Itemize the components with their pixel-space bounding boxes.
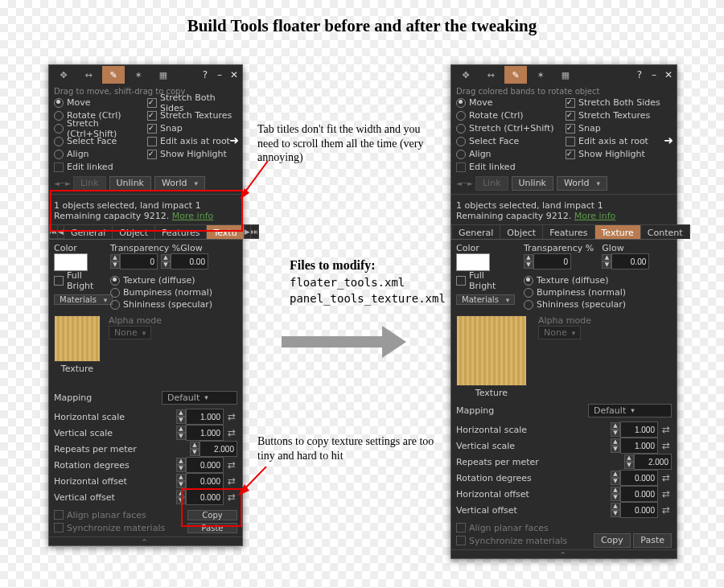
tool-create-icon[interactable]: ✶ bbox=[127, 66, 150, 84]
radio-select-face[interactable]: Select Face bbox=[54, 135, 144, 147]
sync-materials-checkbox[interactable] bbox=[54, 523, 64, 532]
checkbox-stretch-textures[interactable]: Stretch Textures bbox=[147, 109, 237, 121]
link-button[interactable]: Link bbox=[73, 176, 106, 191]
tab-texture[interactable]: Texture bbox=[594, 224, 641, 239]
undo-redo-icon[interactable]: ◄ ─ ► bbox=[456, 179, 472, 187]
axis-arrow-icon[interactable]: ➜ bbox=[229, 134, 239, 146]
materials-dropdown[interactable]: Materials bbox=[54, 294, 113, 305]
checkbox-stretch-both-sides[interactable]: Stretch Both Sides bbox=[147, 97, 237, 109]
glow-spinner[interactable]: ▲▼ bbox=[602, 253, 649, 269]
tool-move-icon[interactable]: ↔ bbox=[479, 66, 502, 84]
radio-shininess-specular-[interactable]: Shininess (specular) bbox=[110, 298, 237, 310]
axis-arrow-icon[interactable]: ➜ bbox=[664, 134, 673, 146]
checkbox-edit-axis-at-root[interactable]: Edit axis at root bbox=[147, 135, 237, 147]
param-spinner-repeats-per-meter[interactable]: ▲▼ bbox=[624, 454, 672, 470]
copy-button-after[interactable]: Copy bbox=[594, 533, 631, 548]
materials-dropdown[interactable]: Materials bbox=[456, 294, 515, 305]
alpha-mode-dropdown[interactable]: None bbox=[109, 326, 151, 339]
minimize-icon[interactable]: – bbox=[649, 69, 659, 80]
color-swatch[interactable] bbox=[54, 253, 88, 271]
footer-expander-icon[interactable]: ⌃ bbox=[451, 549, 677, 558]
more-info-link[interactable]: More info bbox=[574, 211, 615, 221]
checkbox-edit-linked[interactable]: Edit linked bbox=[456, 161, 562, 173]
tool-move-icon[interactable]: ↔ bbox=[77, 66, 100, 84]
unlink-button[interactable]: Unlink bbox=[109, 176, 151, 191]
texture-preview[interactable] bbox=[54, 315, 101, 362]
transparency-spinner[interactable]: ▲▼ bbox=[524, 253, 594, 269]
tool-edit-icon[interactable]: ✎ bbox=[504, 66, 527, 84]
param-spinner-rotation-degrees[interactable]: ▲▼ bbox=[611, 470, 658, 486]
param-spinner-vertical-scale[interactable]: ▲▼ bbox=[176, 425, 224, 441]
radio-bumpiness-normal-[interactable]: Bumpiness (normal) bbox=[524, 286, 672, 298]
radio-move[interactable]: Move bbox=[456, 97, 562, 109]
close-icon[interactable]: ✕ bbox=[664, 69, 673, 80]
param-spinner-rotation-degrees[interactable]: ▲▼ bbox=[176, 457, 224, 473]
sync-icon[interactable]: ⇄ bbox=[660, 440, 672, 451]
tab-content[interactable]: Content bbox=[640, 224, 690, 239]
param-spinner-vertical-scale[interactable]: ▲▼ bbox=[611, 438, 658, 454]
paste-button-after[interactable]: Paste bbox=[633, 533, 672, 548]
help-icon[interactable]: ? bbox=[200, 69, 210, 80]
checkbox-show-highlight[interactable]: Show Highlight bbox=[566, 148, 672, 160]
sync-icon[interactable]: ⇄ bbox=[660, 504, 672, 516]
sync-icon[interactable]: ⇄ bbox=[660, 424, 672, 435]
link-button[interactable]: Link bbox=[475, 176, 508, 191]
tab-general[interactable]: General bbox=[451, 224, 500, 239]
undo-redo-icon[interactable]: ◄ ─ ► bbox=[54, 179, 70, 187]
radio-align[interactable]: Align bbox=[456, 148, 562, 160]
fullbright-checkbox[interactable] bbox=[54, 276, 64, 286]
minimize-icon[interactable]: – bbox=[215, 69, 224, 80]
radio-bumpiness-normal-[interactable]: Bumpiness (normal) bbox=[110, 286, 237, 298]
world-dropdown[interactable]: World bbox=[557, 176, 607, 191]
tool-edit-icon[interactable]: ✎ bbox=[102, 66, 125, 84]
transparency-spinner[interactable]: ▲▼ bbox=[110, 253, 158, 269]
align-planar-checkbox[interactable] bbox=[54, 510, 64, 520]
radio-align[interactable]: Align bbox=[54, 148, 144, 160]
sync-icon[interactable]: ⇄ bbox=[226, 475, 237, 487]
unlink-button[interactable]: Unlink bbox=[512, 176, 553, 191]
param-spinner-vertical-offset[interactable]: ▲▼ bbox=[611, 502, 658, 518]
param-spinner-horizontal-offset[interactable]: ▲▼ bbox=[176, 473, 224, 489]
radio-select-face[interactable]: Select Face bbox=[456, 135, 562, 147]
tool-land-icon[interactable]: ▦ bbox=[554, 66, 577, 84]
radio-texture-diffuse-[interactable]: Texture (diffuse) bbox=[524, 274, 672, 286]
world-dropdown[interactable]: World bbox=[154, 176, 205, 191]
glow-spinner[interactable]: ▲▼ bbox=[161, 253, 208, 269]
checkbox-edit-linked[interactable]: Edit linked bbox=[54, 161, 144, 173]
tool-land-icon[interactable]: ▦ bbox=[152, 66, 175, 84]
sync-icon[interactable]: ⇄ bbox=[660, 488, 672, 500]
param-spinner-horizontal-scale[interactable]: ▲▼ bbox=[176, 409, 224, 425]
checkbox-snap[interactable]: Snap bbox=[566, 122, 672, 134]
checkbox-edit-axis-at-root[interactable]: Edit axis at root bbox=[566, 135, 672, 147]
radio-rotate-ctrl-[interactable]: Rotate (Ctrl) bbox=[456, 109, 562, 121]
tab-object[interactable]: Object bbox=[500, 224, 543, 239]
tool-create-icon[interactable]: ✶ bbox=[529, 66, 552, 84]
sync-icon[interactable]: ⇄ bbox=[226, 459, 237, 471]
checkbox-show-highlight[interactable]: Show Highlight bbox=[147, 148, 237, 160]
close-icon[interactable]: ✕ bbox=[229, 69, 239, 80]
fullbright-checkbox[interactable] bbox=[456, 276, 466, 286]
tool-focus-icon[interactable]: ✥ bbox=[52, 66, 75, 84]
radio-stretch-ctrl-shift-[interactable]: Stretch (Ctrl+Shift) bbox=[456, 122, 562, 134]
help-icon[interactable]: ? bbox=[635, 69, 644, 80]
checkbox-stretch-textures[interactable]: Stretch Textures bbox=[566, 109, 672, 121]
radio-move[interactable]: Move bbox=[54, 97, 144, 109]
radio-shininess-specular-[interactable]: Shininess (specular) bbox=[524, 298, 672, 310]
mapping-dropdown[interactable]: Default bbox=[162, 391, 237, 405]
param-spinner-repeats-per-meter[interactable]: ▲▼ bbox=[190, 441, 237, 457]
sync-icon[interactable]: ⇄ bbox=[226, 411, 237, 422]
tab-features[interactable]: Features bbox=[542, 224, 594, 239]
param-spinner-horizontal-offset[interactable]: ▲▼ bbox=[611, 486, 658, 502]
sync-icon[interactable]: ⇄ bbox=[660, 472, 672, 483]
footer-expander-icon[interactable]: ⌃ bbox=[49, 537, 242, 545]
checkbox-snap[interactable]: Snap bbox=[147, 122, 237, 134]
align-planar-checkbox[interactable] bbox=[456, 523, 466, 532]
mapping-dropdown[interactable]: Default bbox=[588, 404, 672, 417]
alpha-mode-dropdown[interactable]: None bbox=[538, 326, 581, 339]
color-swatch[interactable] bbox=[456, 253, 490, 271]
tool-focus-icon[interactable]: ✥ bbox=[455, 66, 477, 84]
radio-stretch-ctrl-shift-[interactable]: Stretch (Ctrl+Shift) bbox=[54, 122, 144, 134]
checkbox-stretch-both-sides[interactable]: Stretch Both Sides bbox=[566, 97, 672, 109]
sync-icon[interactable]: ⇄ bbox=[226, 427, 237, 438]
param-spinner-horizontal-scale[interactable]: ▲▼ bbox=[611, 421, 658, 438]
